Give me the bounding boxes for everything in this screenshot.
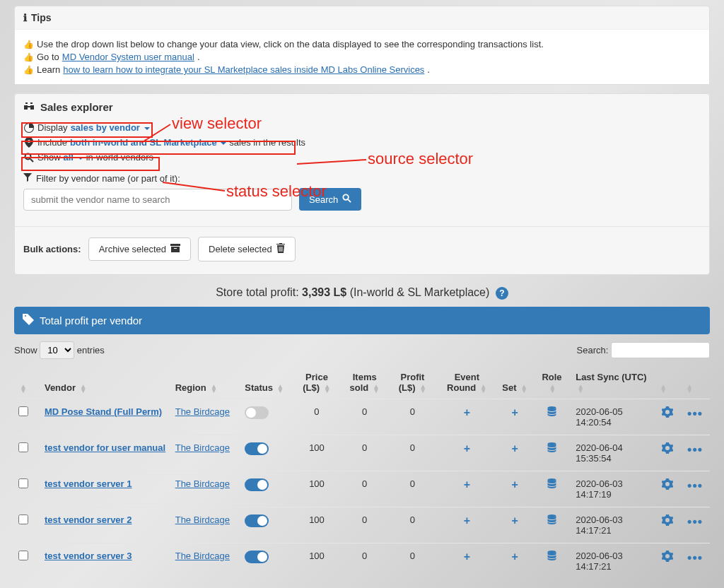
region-link[interactable]: The Birdcage (175, 514, 230, 525)
database-icon[interactable] (547, 551, 556, 563)
status-selector-dropdown[interactable]: all (64, 152, 83, 163)
search-button-label: Search (309, 194, 338, 205)
add-set-button[interactable]: + (511, 442, 518, 454)
col-price[interactable]: Price (L$) ▲▼ (293, 366, 341, 399)
settings-button[interactable] (662, 516, 673, 528)
database-icon[interactable] (547, 479, 556, 490)
items-cell: 0 (341, 399, 389, 435)
row-checkbox[interactable] (18, 442, 28, 452)
database-icon[interactable] (547, 443, 556, 454)
add-event-button[interactable]: + (464, 551, 470, 563)
svg-point-14 (547, 551, 556, 553)
items-cell: 0 (341, 471, 389, 507)
region-link[interactable]: The Birdcage (175, 406, 230, 417)
svg-line-1 (30, 159, 33, 162)
tip-text: . (197, 52, 200, 62)
add-set-button[interactable]: + (511, 551, 518, 563)
status-selector-value: all (64, 152, 74, 163)
settings-button[interactable] (662, 552, 673, 564)
col-event[interactable]: Event Round ▲▼ (436, 366, 497, 399)
vendor-search-input[interactable] (23, 189, 292, 211)
row-checkbox[interactable] (18, 478, 28, 488)
table-row: test vendor server 2 The Birdcage 100 0 … (14, 507, 710, 543)
col-checkbox[interactable]: ▲▼ (14, 366, 40, 399)
source-selector-dropdown[interactable]: both in-world and SL Marketplace (70, 137, 226, 148)
vendor-link[interactable]: test vendor server 1 (45, 478, 132, 489)
vendors-table: ▲▼ Vendor ▲▼ Region ▲▼ Status ▲▼ Price (… (14, 366, 710, 579)
add-set-button[interactable]: + (511, 406, 518, 418)
col-region[interactable]: Region ▲▼ (171, 366, 241, 399)
show-label: Show (37, 152, 61, 163)
search-button[interactable]: Search (299, 188, 361, 211)
tip-text: . (427, 64, 430, 75)
filter-label-text: Filter by vendor name (or part of it): (36, 173, 180, 184)
help-icon[interactable]: ? (496, 287, 508, 300)
sort-icon: ▲▼ (480, 384, 487, 393)
database-icon[interactable] (547, 515, 556, 527)
col-status[interactable]: Status ▲▼ (240, 366, 293, 399)
add-set-button[interactable]: + (511, 514, 518, 527)
entries-select[interactable]: 10 (40, 341, 74, 359)
add-event-button[interactable]: + (464, 514, 470, 527)
status-toggle[interactable] (245, 442, 269, 455)
archive-selected-button[interactable]: Archive selected (88, 237, 191, 261)
row-checkbox[interactable] (18, 514, 28, 524)
thumbs-up-icon: 👍 (23, 52, 34, 62)
settings-button[interactable] (662, 480, 673, 492)
profit-cell: 0 (389, 435, 437, 471)
settings-button[interactable] (662, 408, 673, 420)
sort-icon: ▲▼ (549, 384, 556, 393)
svg-point-10 (547, 406, 556, 409)
status-toggle[interactable] (245, 478, 269, 491)
region-link[interactable]: The Birdcage (175, 551, 230, 561)
header-label: Vendor (45, 382, 76, 393)
status-toggle[interactable] (245, 406, 269, 419)
svg-point-2 (344, 194, 349, 199)
price-cell: 100 (293, 435, 341, 471)
col-set[interactable]: Set ▲▼ (498, 366, 532, 399)
status-toggle[interactable] (245, 514, 269, 527)
settings-button[interactable] (662, 444, 673, 456)
region-link[interactable]: The Birdcage (175, 478, 230, 489)
more-actions-button[interactable]: ••• (687, 514, 703, 529)
more-actions-button[interactable]: ••• (687, 478, 703, 493)
more-actions-button[interactable]: ••• (687, 442, 703, 457)
table-search-control: Search: (577, 342, 710, 358)
col-profit[interactable]: Profit (L$) ▲▼ (389, 366, 437, 399)
vendor-link[interactable]: test vendor server 2 (45, 514, 132, 525)
more-actions-button[interactable]: ••• (687, 406, 703, 421)
add-set-button[interactable]: + (511, 478, 518, 490)
status-toggle[interactable] (245, 551, 269, 563)
vendor-link[interactable]: test vendor server 3 (45, 551, 132, 561)
table-search-input[interactable] (611, 342, 710, 358)
sort-icon: ▲▼ (20, 384, 27, 393)
more-actions-button[interactable]: ••• (687, 551, 703, 565)
view-selector-dropdown[interactable]: sales by vendor (71, 122, 150, 133)
database-icon[interactable] (547, 407, 556, 418)
map-pin-icon (23, 137, 35, 148)
total-amount: 3,393 L$ (302, 286, 346, 298)
add-event-button[interactable]: + (464, 442, 470, 454)
col-sync[interactable]: Last Sync (UTC) ▲▼ (571, 366, 654, 399)
profit-cell: 0 (389, 507, 437, 543)
col-action1[interactable]: ▲▼ (654, 366, 680, 399)
vendor-link[interactable]: test vendor for user manual (45, 442, 165, 453)
tip-line-2: 👍 Go to MD Vendor System user manual . (23, 52, 701, 62)
col-role[interactable]: Role ▲▼ (532, 366, 571, 399)
col-items[interactable]: Items sold ▲▼ (341, 366, 389, 399)
vendor-link[interactable]: MD Pose Stand (Full Perm) (45, 406, 162, 417)
col-vendor[interactable]: Vendor ▲▼ (40, 366, 171, 399)
add-event-button[interactable]: + (464, 478, 470, 490)
include-label: Include (37, 137, 67, 148)
add-event-button[interactable]: + (464, 406, 470, 418)
price-cell: 100 (293, 543, 341, 580)
view-selector-value: sales by vendor (71, 122, 140, 133)
col-action2[interactable]: ▲▼ (680, 366, 710, 399)
manual-link[interactable]: MD Vendor System user manual (62, 52, 194, 62)
region-link[interactable]: The Birdcage (175, 442, 230, 453)
row-checkbox[interactable] (18, 551, 28, 560)
row-checkbox[interactable] (18, 406, 28, 416)
integrate-link[interactable]: how to learn how to integrate your SL Ma… (63, 64, 424, 75)
header-label: Event Round (447, 372, 479, 393)
delete-selected-button[interactable]: Delete selected (198, 237, 296, 261)
